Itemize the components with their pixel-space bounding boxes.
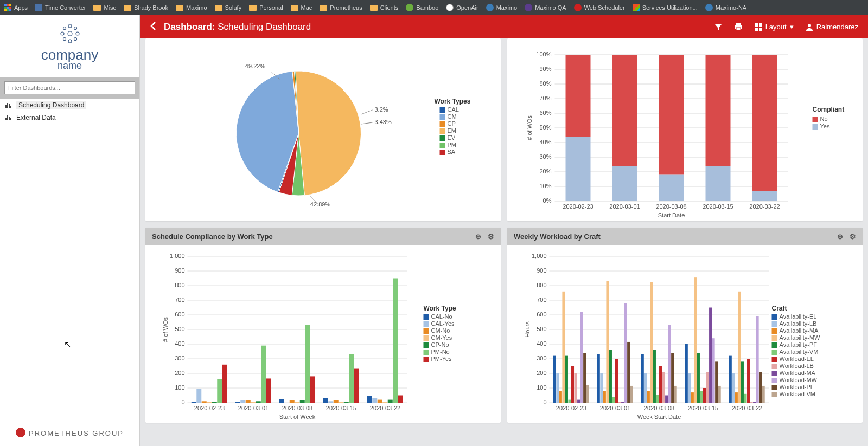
svg-rect-185 xyxy=(553,356,556,403)
cursor-icon: ↖ xyxy=(64,339,71,350)
svg-text:2020-02-23: 2020-02-23 xyxy=(194,405,225,411)
svg-text:Week Start Date: Week Start Date xyxy=(637,413,681,420)
svg-point-0 xyxy=(68,31,72,36)
svg-rect-212 xyxy=(644,373,647,403)
user-menu[interactable]: Ralmendarez xyxy=(806,23,858,31)
svg-rect-221 xyxy=(671,353,674,403)
company-logo: company name xyxy=(0,15,139,74)
filter-dashboards-input[interactable] xyxy=(4,81,135,94)
svg-text:100: 100 xyxy=(175,384,184,391)
svg-text:10%: 10% xyxy=(539,183,551,189)
bookmark-item[interactable]: Personal xyxy=(249,4,283,11)
svg-rect-257 xyxy=(772,328,777,334)
svg-point-8 xyxy=(74,38,76,41)
svg-text:900: 900 xyxy=(537,267,546,274)
svg-rect-63 xyxy=(566,55,591,137)
svg-text:40%: 40% xyxy=(539,139,551,145)
svg-rect-13 xyxy=(759,23,762,27)
svg-text:Start of Week: Start of Week xyxy=(279,413,316,420)
svg-text:Availability-VM: Availability-VM xyxy=(780,348,819,355)
svg-rect-124 xyxy=(290,400,295,403)
svg-rect-36 xyxy=(440,143,445,148)
svg-rect-237 xyxy=(729,356,732,403)
svg-text:50%: 50% xyxy=(539,124,551,131)
svg-rect-253 xyxy=(772,314,777,320)
bookmark-item[interactable]: Web Scheduler xyxy=(574,4,625,11)
bookmark-item[interactable]: Clients xyxy=(370,4,399,11)
svg-rect-192 xyxy=(575,373,577,403)
svg-rect-186 xyxy=(556,373,559,403)
bookmark-item[interactable]: Services Utilization... xyxy=(633,4,698,11)
svg-rect-247 xyxy=(759,372,762,403)
svg-point-2 xyxy=(68,40,72,43)
svg-text:60%: 60% xyxy=(539,109,551,116)
svg-text:Workload-LB: Workload-LB xyxy=(780,363,814,369)
svg-rect-125 xyxy=(295,402,299,403)
print-icon[interactable] xyxy=(734,23,743,31)
svg-text:CP-No: CP-No xyxy=(431,341,449,348)
footer-brand: PROMETHEUS GROUP xyxy=(0,421,139,446)
svg-rect-15 xyxy=(759,28,762,31)
zoom-icon[interactable]: ⊕ xyxy=(475,232,481,241)
chevron-down-icon: ▾ xyxy=(790,23,794,31)
svg-rect-138 xyxy=(367,396,372,403)
svg-text:30%: 30% xyxy=(539,153,551,160)
bookmark-item[interactable]: Shady Brook xyxy=(124,4,168,11)
svg-rect-241 xyxy=(741,361,744,403)
bookmark-item[interactable]: Maximo xyxy=(486,4,518,11)
svg-rect-273 xyxy=(772,385,777,390)
svg-rect-204 xyxy=(615,359,618,403)
bookmark-item[interactable]: Maximo xyxy=(176,4,207,11)
svg-text:600: 600 xyxy=(537,311,546,318)
svg-text:2020-03-01: 2020-03-01 xyxy=(238,405,269,411)
bookmark-item[interactable]: Bamboo xyxy=(406,4,438,11)
svg-point-1 xyxy=(68,24,72,28)
bookmark-item[interactable]: Apps xyxy=(4,4,28,11)
sidebar-item[interactable]: Scheduling Dashboard xyxy=(0,99,139,112)
bookmark-item[interactable]: OpenAir xyxy=(446,4,478,11)
svg-rect-151 xyxy=(424,321,429,327)
svg-rect-69 xyxy=(659,55,684,174)
bookmark-item[interactable]: Mac xyxy=(291,4,312,11)
svg-text:90%: 90% xyxy=(539,66,551,72)
bookmark-item[interactable]: Maximo-NA xyxy=(705,4,746,11)
svg-text:Workload-PF: Workload-PF xyxy=(780,384,814,390)
bookmark-item[interactable]: Time Converter xyxy=(35,4,86,11)
svg-rect-34 xyxy=(440,135,445,141)
svg-text:0: 0 xyxy=(181,399,184,405)
gear-icon[interactable]: ⚙ xyxy=(488,232,494,241)
filter-icon[interactable] xyxy=(714,23,722,31)
svg-text:900: 900 xyxy=(175,267,184,274)
sidebar-item[interactable]: External Data xyxy=(0,112,139,124)
bookmark-item[interactable]: Misc xyxy=(93,4,116,11)
svg-rect-263 xyxy=(772,350,777,355)
svg-text:SA: SA xyxy=(448,148,456,155)
svg-rect-195 xyxy=(583,353,586,403)
svg-rect-155 xyxy=(424,335,429,341)
svg-text:PM: PM xyxy=(448,141,457,148)
svg-rect-246 xyxy=(756,316,759,403)
svg-text:2020-02-23: 2020-02-23 xyxy=(563,203,593,210)
svg-text:100%: 100% xyxy=(536,51,551,57)
svg-rect-208 xyxy=(627,342,630,403)
svg-rect-230 xyxy=(703,388,706,403)
svg-text:2020-03-08: 2020-03-08 xyxy=(282,405,312,411)
svg-rect-135 xyxy=(349,354,354,403)
svg-text:Start Date: Start Date xyxy=(658,212,685,218)
svg-text:Work Type: Work Type xyxy=(424,305,457,312)
gear-icon[interactable]: ⚙ xyxy=(850,232,856,241)
svg-text:400: 400 xyxy=(537,340,546,347)
svg-point-16 xyxy=(808,24,811,27)
bookmark-item[interactable]: Solufy xyxy=(215,4,242,11)
svg-text:1,000: 1,000 xyxy=(170,253,185,259)
svg-rect-127 xyxy=(305,325,310,403)
svg-text:No: No xyxy=(820,115,828,122)
layout-menu[interactable]: Layout ▾ xyxy=(755,23,794,31)
back-button[interactable] xyxy=(150,21,156,33)
svg-rect-117 xyxy=(251,402,256,403)
svg-line-23 xyxy=(361,122,373,124)
zoom-icon[interactable]: ⊕ xyxy=(837,232,843,241)
bookmark-item[interactable]: Maximo QA xyxy=(525,4,566,11)
svg-point-4 xyxy=(76,32,79,35)
bookmark-item[interactable]: Prometheus xyxy=(320,4,362,11)
